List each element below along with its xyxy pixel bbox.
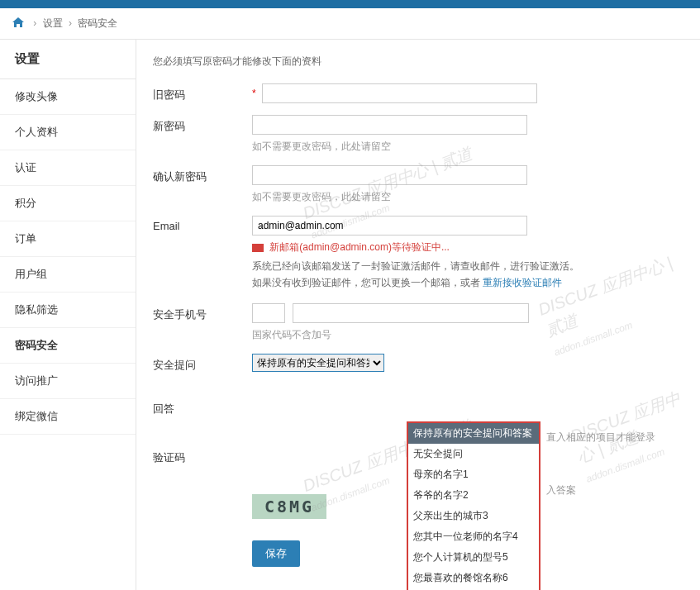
confirm-password-input[interactable] [252,165,527,185]
sidebar-item-password[interactable]: 密码安全 [0,328,136,364]
sidebar-item-label: 用户组 [15,268,47,280]
sidebar-item-avatar[interactable]: 修改头像 [0,79,136,115]
required-marker: * [252,88,256,99]
sidebar-item-label: 隐私筛选 [15,303,58,316]
sidebar-item-label: 密码安全 [15,339,58,351]
label-question: 安全提问 [153,354,252,373]
container: 设置 修改头像 个人资料 认证 积分 订单 用户组 隐私筛选 密码安全 访问推广… [0,40,700,590]
label-email: Email [153,216,252,232]
row-phone: 安全手机号 国家代码不含加号 [153,303,683,342]
email-verify-desc: 系统已经向该邮箱发送了一封验证激活邮件，请查收邮件，进行验证激活。 如果没有收到… [252,258,683,292]
sidebar-item-label: 修改头像 [15,90,58,102]
dropdown-option-6[interactable]: 您最喜欢的餐馆名称6 [408,568,539,588]
breadcrumb-item-password: 密码安全 [78,17,117,29]
label-new-password: 新密码 [153,115,252,134]
save-button[interactable]: 保存 [252,540,300,567]
new-password-input[interactable] [252,115,527,135]
sidebar-item-profile[interactable]: 个人资料 [0,115,136,150]
home-icon[interactable] [12,17,24,30]
dropdown-option-5[interactable]: 您个人计算机的型号5 [408,547,539,568]
sidebar-item-promote[interactable]: 访问推广 [0,364,136,399]
sidebar-item-label: 认证 [15,161,36,174]
dropdown-option-2[interactable]: 爷爷的名字2 [408,485,539,506]
email-verify-desc1: 系统已经向该邮箱发送了一封验证激活邮件，请查收邮件，进行验证激活。 [252,260,579,272]
answer-side-hint: 入答案 [546,483,576,497]
breadcrumb-item-settings[interactable]: 设置 [43,17,63,29]
dropdown-option-4[interactable]: 您其中一位老师的名字4 [408,526,539,547]
sidebar: 设置 修改头像 个人资料 认证 积分 订单 用户组 隐私筛选 密码安全 访问推广… [0,40,136,590]
sidebar-item-label: 绑定微信 [15,410,58,422]
email-input[interactable] [252,216,527,236]
label-phone: 安全手机号 [153,303,252,322]
email-verify-block: 新邮箱(admin@admin.com)等待验证中... 系统已经向该邮箱发送了… [252,240,683,292]
sidebar-item-label: 订单 [15,232,36,245]
sidebar-item-verify[interactable]: 认证 [0,150,136,186]
hint-confirm-password: 如不需要更改密码，此处请留空 [252,190,683,204]
mail-icon [252,244,264,252]
row-confirm-password: 确认新密码 如不需要更改密码，此处请留空 [153,165,683,204]
main-content: 您必须填写原密码才能修改下面的资料 旧密码 * 新密码 如不需要更改密码，此处请… [136,40,700,590]
label-captcha: 验证码 [153,446,252,465]
sidebar-title: 设置 [0,40,136,79]
email-verify-desc2-prefix: 如果没有收到验证邮件，您可以更换一个邮箱，或者 [252,277,483,288]
row-email: Email 新邮箱(admin@admin.com)等待验证中... 系统已经向… [153,216,683,292]
dropdown-option-1[interactable]: 母亲的名字1 [408,464,539,485]
phone-country-input[interactable] [252,303,285,323]
captcha-image[interactable]: C8MG [252,494,326,519]
breadcrumb: › 设置 › 密码安全 [0,8,700,40]
dropdown-option-none[interactable]: 无安全提问 [408,444,539,464]
label-answer: 回答 [153,397,252,416]
old-password-input[interactable] [262,83,537,103]
label-confirm-password: 确认新密码 [153,165,252,184]
email-verify-text: 新邮箱(admin@admin.com)等待验证中... [269,241,450,253]
sidebar-item-usergroup[interactable]: 用户组 [0,257,136,293]
security-question-select[interactable]: 保持原有的安全提问和答案 [252,354,384,372]
hint-new-password: 如不需要更改密码，此处请留空 [252,140,683,154]
phone-number-input[interactable] [293,303,529,323]
topbar [0,0,700,8]
row-question: 安全提问 保持原有的安全提问和答案 [153,354,683,373]
sidebar-item-label: 积分 [15,197,36,209]
row-new-password: 新密码 如不需要更改密码，此处请留空 [153,115,683,154]
sidebar-item-label: 个人资料 [15,126,58,138]
hint-phone: 国家代码不含加号 [252,328,683,342]
row-answer: 回答 [153,397,683,416]
sidebar-item-privacy[interactable]: 隐私筛选 [0,293,136,328]
form-hint: 您必须填写原密码才能修改下面的资料 [153,55,683,69]
resend-email-link[interactable]: 重新接收验证邮件 [483,277,562,288]
breadcrumb-sep: › [69,17,72,29]
sidebar-item-wechat[interactable]: 绑定微信 [0,399,136,435]
row-old-password: 旧密码 * [153,83,683,103]
question-side-hint: 直入相应的项目才能登录 [546,431,655,445]
label-old-password: 旧密码 [153,83,252,102]
sidebar-item-points[interactable]: 积分 [0,186,136,221]
dropdown-option-keep[interactable]: 保持原有的安全提问和答案 [408,423,539,444]
sidebar-item-label: 访问推广 [15,374,58,387]
breadcrumb-sep: › [33,17,36,29]
security-question-dropdown: 保持原有的安全提问和答案 无安全提问 母亲的名字1 爷爷的名字2 父亲出生的城市… [407,421,540,590]
dropdown-option-3[interactable]: 父亲出生的城市3 [408,506,539,526]
sidebar-item-orders[interactable]: 订单 [0,221,136,257]
